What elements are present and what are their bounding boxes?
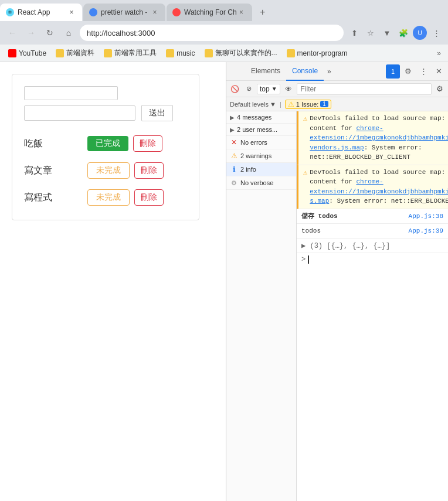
todo-label-1: 寫文章 (24, 165, 83, 177)
tab-bar: ⚛ React App × prettier watch - × Watchin… (0, 0, 448, 21)
todo-input-top[interactable] (24, 86, 118, 100)
msg-arrow-user: ▶ (230, 127, 235, 133)
log-label-1: 儲存 todos (301, 212, 409, 221)
devtools-tab-elements[interactable]: Elements (245, 62, 286, 81)
prettier-favicon (89, 8, 97, 16)
delete-button-2[interactable]: 刪除 (134, 189, 164, 206)
tab-prettier[interactable]: prettier watch - × (83, 4, 165, 21)
bookmark-mentor[interactable]: mentor-program (283, 48, 351, 59)
bookmark-boring[interactable]: 無聊可以來實作的... (201, 47, 281, 59)
console-entry-warn-2: ⚠ DevTools failed to load source map: Co… (297, 165, 448, 209)
top-chevron: ▼ (271, 86, 277, 92)
warn-icon-2: ⚠ (303, 168, 307, 177)
msg-item-user[interactable]: ▶ 2 user mess... (226, 124, 296, 136)
reload-button[interactable]: ↻ (42, 25, 57, 40)
msg-label-errors: No errors (240, 139, 267, 146)
devtools-close-icon[interactable]: ✕ (432, 64, 446, 79)
prompt-cursor[interactable] (308, 255, 309, 264)
msg-item-all[interactable]: ▶ 4 messages (226, 111, 296, 124)
top-dropdown[interactable]: top ▼ (257, 84, 280, 94)
bookmark-music[interactable]: music (162, 48, 198, 59)
extensions-icon[interactable]: 🧩 (396, 26, 410, 40)
console-filter-input[interactable] (297, 83, 432, 95)
warn-entry-1-header: ⚠ DevTools failed to load source map: Co… (303, 114, 443, 162)
warn-link-1[interactable]: chrome-extension://1mbegcmkonokdjbhbamhp… (310, 125, 448, 151)
tab-prettier-close[interactable]: × (150, 8, 159, 17)
tab-watching-close[interactable]: × (237, 8, 246, 17)
user-avatar[interactable]: U (413, 26, 427, 40)
levels-separator: | (280, 101, 281, 108)
delete-button-0[interactable]: 刪除 (133, 135, 162, 152)
log-file-1[interactable]: App.js:38 (409, 213, 443, 220)
bookmark-music-label: music (177, 49, 195, 57)
warning-icon: ⚠ (230, 152, 238, 160)
devtools-tab-more[interactable]: » (324, 67, 335, 76)
top-input-row (24, 86, 187, 100)
back-button[interactable]: ← (5, 25, 20, 40)
array-expand[interactable]: ▶ (3) [{…}, {…}, {…}] (301, 242, 390, 250)
issue-label: 1 Issue: (296, 101, 319, 108)
console-entry-log-2: todos App.js:39 (297, 224, 448, 239)
devtools-icons: 1 ⚙ ⋮ ✕ (386, 64, 446, 79)
new-tab-button[interactable]: + (254, 4, 271, 21)
elements-tab-label: Elements (251, 67, 280, 75)
console-filter-icon[interactable]: ⊘ (243, 83, 254, 95)
bookmark-mentor-label: mentor-program (297, 49, 348, 57)
share-icon[interactable]: ⬆ (347, 26, 361, 40)
msg-arrow-all: ▶ (230, 114, 235, 121)
tab-react-app[interactable]: ⚛ React App × (0, 4, 82, 21)
profile-icon[interactable]: ▼ (380, 26, 394, 40)
warn-entry-2-header: ⚠ DevTools failed to load source map: Co… (303, 168, 443, 206)
todo-label-2: 寫程式 (24, 192, 83, 204)
tab-watching[interactable]: Watching For Ch × (167, 4, 252, 21)
console-messages: ▶ 4 messages ▶ 2 user mess... ✕ No error… (226, 111, 448, 501)
log-file-2[interactable]: App.js:39 (409, 227, 443, 234)
browser-chrome: ⚛ React App × prettier watch - × Watchin… (0, 0, 448, 62)
devtools-tab-console[interactable]: Console (286, 62, 324, 81)
todo-item-1: 寫文章 未完成 刪除 (24, 160, 187, 181)
msg-item-errors[interactable]: ✕ No errors (226, 136, 296, 149)
todo-input-main[interactable] (24, 105, 135, 121)
msg-label-all: 4 messages (237, 114, 271, 121)
bookmarks-more-button[interactable]: » (435, 48, 443, 59)
page-content: 送出 吃飯 已完成 刪除 寫文章 未完成 刪除 寫程式 (0, 62, 226, 501)
warn-text-2: DevTools failed to load source map: Coul… (310, 168, 448, 206)
submit-button[interactable]: 送出 (141, 105, 173, 121)
msg-item-warnings[interactable]: ⚠ 2 warnings (226, 149, 296, 163)
bookmarks-bar: YouTube 前端資料 前端常用工具 music 無聊可以來實作的... me… (0, 45, 448, 62)
issue-badge[interactable]: ⚠ 1 Issue: 1 (285, 100, 331, 109)
todo-item-2: 寫程式 未完成 刪除 (24, 187, 187, 208)
devtools-settings-icon[interactable]: ⚙ (401, 64, 415, 79)
console-tab-label: Console (292, 67, 318, 75)
input-submit-row: 送出 (24, 105, 187, 121)
console-clear-icon[interactable]: 🚫 (229, 83, 240, 95)
levels-dropdown[interactable]: Default levels ▼ (230, 101, 276, 108)
bookmark-youtube[interactable]: YouTube (5, 48, 50, 59)
address-field[interactable]: http://localhost:3000 (80, 25, 344, 41)
devtools-more-icon[interactable]: ⋮ (416, 64, 430, 79)
bookmark-boring-label: 無聊可以來實作的... (215, 48, 277, 58)
menu-icon[interactable]: ⋮ (429, 26, 443, 40)
delete-button-1[interactable]: 刪除 (134, 162, 164, 179)
folder-icon-3 (166, 49, 174, 57)
star-icon[interactable]: ☆ (364, 26, 378, 40)
forward-button[interactable]: → (23, 25, 39, 40)
status-button-1[interactable]: 未完成 (87, 162, 130, 179)
folder-icon-2 (104, 49, 112, 57)
react-favicon: ⚛ (6, 8, 14, 16)
home-button[interactable]: ⌂ (61, 25, 76, 40)
console-settings-icon[interactable]: ⚙ (434, 83, 446, 95)
issue-warning-icon: ⚠ (288, 100, 294, 108)
msg-item-verbose[interactable]: ⚙ No verbose (226, 176, 296, 190)
warn-link-2[interactable]: chrome-extension://1mbegcmkonokdjbhbamhp… (310, 178, 448, 205)
status-button-2[interactable]: 未完成 (87, 189, 130, 206)
console-eye-icon[interactable]: 👁 (283, 83, 294, 95)
msg-item-info[interactable]: ℹ 2 info (226, 163, 296, 176)
status-button-0[interactable]: 已完成 (87, 136, 128, 151)
tab-react-close[interactable]: × (67, 8, 76, 17)
console-toolbar: 🚫 ⊘ top ▼ 👁 ⚙ (226, 81, 448, 97)
bookmark-frontend-data[interactable]: 前端資料 (52, 47, 98, 59)
msg-label-user: 2 user mess... (237, 126, 277, 133)
bookmark-frontend-tools[interactable]: 前端常用工具 (100, 47, 160, 59)
msg-label-verbose: No verbose (240, 179, 273, 186)
